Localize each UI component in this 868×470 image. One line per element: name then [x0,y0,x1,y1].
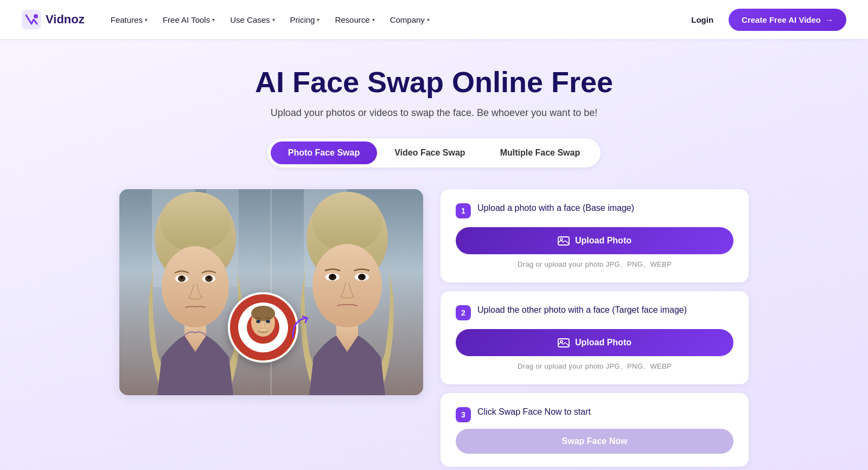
upload-hint-2: Drag or upload your photo JPG、PNG、WEBP [456,362,733,371]
logo-text: Vidnoz [46,12,85,27]
upload-icon-2 [558,337,570,349]
nav-links: Features ▾ Free AI Tools ▾ Use Cases ▾ P… [104,11,685,29]
steps-panel: 1 Upload a photo with a face (Base image… [441,189,749,467]
svg-point-6 [160,192,231,252]
step-1-header: 1 Upload a photo with a face (Base image… [456,202,733,218]
demo-images [119,189,423,395]
nav-item-free-ai-tools[interactable]: Free AI Tools ▾ [156,11,221,29]
nav-right: Login Create Free AI Video → [685,9,846,31]
step-3-number: 3 [456,407,471,422]
nav-item-use-cases[interactable]: Use Cases ▾ [224,11,281,29]
svg-point-33 [251,306,275,321]
chevron-icon: ▾ [272,17,275,23]
step-2-number: 2 [456,305,471,320]
hero-subtitle: Upload your photos or videos to swap the… [22,107,846,119]
hero-section: AI Face Swap Online Free Upload your pho… [0,39,868,470]
step-2-card: 2 Upload the other photo with a face (Ta… [441,291,749,384]
tab-video-face-swap[interactable]: Video Face Swap [377,141,482,164]
svg-point-23 [331,274,334,278]
upload-photo-button-2[interactable]: Upload Photo [456,329,733,356]
demo-swapped-image [271,189,423,395]
navigation: Vidnoz Features ▾ Free AI Tools ▾ Use Ca… [0,0,868,39]
svg-point-14 [207,276,210,279]
upload-photo-button-1[interactable]: Upload Photo [456,227,733,254]
svg-point-1 [34,14,38,18]
chevron-icon: ▾ [372,17,375,23]
step-3-card: 3 Click Swap Face Now to start Swap Face… [441,393,749,467]
nav-item-features[interactable]: Features ▾ [104,11,154,29]
nav-item-resource[interactable]: Resource ▾ [328,11,381,29]
svg-point-34 [256,320,260,323]
svg-point-35 [266,320,270,323]
step-1-number: 1 [456,203,471,218]
svg-rect-0 [22,10,41,29]
step-1-card: 1 Upload a photo with a face (Base image… [441,189,749,282]
logo[interactable]: Vidnoz [22,10,85,29]
step-2-title: Upload the other photo with a face (Targ… [477,304,687,316]
login-button[interactable]: Login [685,11,720,29]
tab-multiple-face-swap[interactable]: Multiple Face Swap [483,141,598,164]
chevron-icon: ▾ [212,17,215,23]
upload-hint-1: Drag or upload your photo JPG、PNG、WEBP [456,260,733,269]
swapped-face-svg [271,189,423,395]
chevron-icon: ▾ [145,17,148,23]
swap-face-button[interactable]: Swap Face Now [456,429,733,454]
step-1-title: Upload a photo with a face (Base image) [477,202,634,214]
logo-icon [22,10,41,29]
arrow-icon: → [825,15,833,24]
tab-photo-face-swap[interactable]: Photo Face Swap [271,141,377,164]
demo-original-image [119,189,271,395]
svg-point-20 [312,244,382,327]
upload-icon-1 [558,235,570,247]
step-3-header: 3 Click Swap Face Now to start [456,406,733,422]
svg-point-8 [162,246,229,327]
tabs-container: Photo Face Swap Video Face Swap Multiple… [267,138,601,168]
nav-item-company[interactable]: Company ▾ [384,11,436,29]
create-video-button[interactable]: Create Free AI Video → [729,9,846,31]
step-2-header: 2 Upload the other photo with a face (Ta… [456,304,733,320]
svg-point-11 [180,276,183,279]
chevron-icon: ▾ [427,17,430,23]
chevron-icon: ▾ [317,17,320,23]
demo-image-container [119,189,423,395]
main-content: 1 Upload a photo with a face (Base image… [108,189,760,467]
nav-item-pricing[interactable]: Pricing ▾ [284,11,327,29]
hero-title: AI Face Swap Online Free [22,65,846,99]
original-face-svg [119,189,271,395]
svg-point-26 [360,274,363,278]
svg-point-18 [312,192,382,252]
step-3-title: Click Swap Face Now to start [477,406,591,418]
